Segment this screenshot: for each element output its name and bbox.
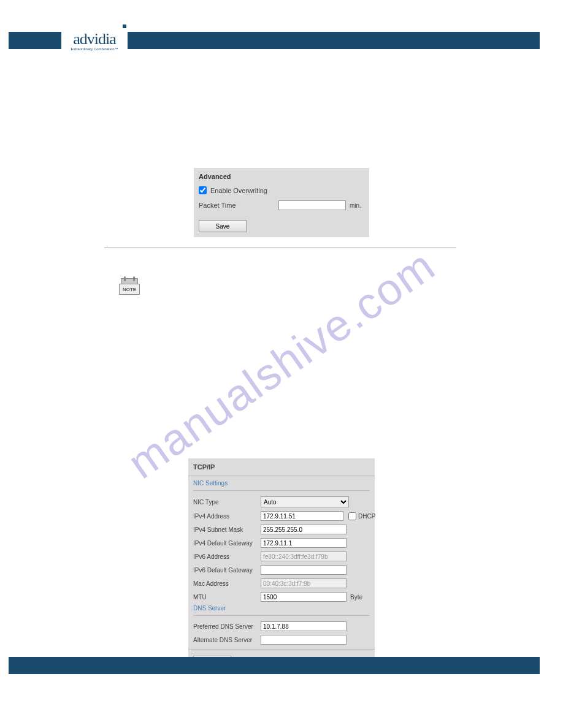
- alt-dns-label: Alternate DNS Server: [193, 637, 261, 643]
- ipv4-address-input[interactable]: [261, 511, 343, 521]
- divider-line: [104, 248, 456, 248]
- dhcp-checkbox[interactable]: [348, 512, 356, 520]
- note-icon: NOTE: [119, 278, 140, 299]
- ipv6-address-input: [261, 552, 347, 561]
- footer-bar: [9, 657, 540, 674]
- pref-dns-input[interactable]: [261, 621, 347, 631]
- advidia-logo: advidia Extraordinary Combination™: [61, 26, 128, 55]
- ipv4-gateway-label: IPv4 Default Gateway: [193, 540, 261, 547]
- ipv6-gateway-input[interactable]: [261, 565, 347, 575]
- tcpip-panel: TCP/IP NIC Settings NIC Type Auto IPv4 A…: [188, 458, 375, 674]
- nic-settings-label: NIC Settings: [188, 476, 375, 489]
- enable-overwriting-label: Enable Overwriting: [210, 187, 267, 194]
- ipv6-gateway-label: IPv6 Default Gateway: [193, 567, 261, 574]
- dns-server-label: DNS Server: [188, 604, 375, 614]
- mtu-unit: Byte: [350, 594, 362, 601]
- dhcp-label: DHCP: [358, 513, 375, 520]
- advanced-save-button[interactable]: Save: [199, 220, 247, 232]
- logo-mark: [123, 25, 126, 28]
- ipv4-gateway-input[interactable]: [261, 538, 347, 548]
- watermark-text: manualshive.com: [119, 240, 445, 488]
- enable-overwriting-checkbox[interactable]: [199, 186, 207, 194]
- nic-type-select[interactable]: Auto: [261, 496, 349, 507]
- logo-tagline: Extraordinary Combination™: [71, 47, 118, 51]
- pref-dns-label: Preferred DNS Server: [193, 623, 261, 630]
- mtu-input[interactable]: [261, 592, 347, 602]
- mtu-label: MTU: [193, 594, 261, 601]
- logo-text: advidia: [73, 30, 116, 48]
- alt-dns-input[interactable]: [261, 635, 347, 645]
- ipv4-address-label: IPv4 Address: [193, 513, 261, 520]
- nic-type-label: NIC Type: [193, 499, 261, 506]
- mac-address-input: [261, 578, 347, 588]
- mac-address-label: Mac Address: [193, 580, 261, 587]
- packet-time-unit: min.: [350, 202, 361, 209]
- ipv4-mask-label: IPv4 Subnet Mask: [193, 526, 261, 533]
- advanced-panel: Advanced Enable Overwriting Packet Time …: [194, 168, 369, 237]
- advanced-title: Advanced: [199, 173, 364, 180]
- packet-time-label: Packet Time: [199, 202, 278, 209]
- note-label: NOTE: [119, 284, 140, 295]
- ipv6-address-label: IPv6 Address: [193, 553, 261, 560]
- ipv4-mask-input[interactable]: [261, 525, 347, 534]
- tcpip-title: TCP/IP: [188, 458, 375, 476]
- packet-time-input[interactable]: [278, 200, 346, 210]
